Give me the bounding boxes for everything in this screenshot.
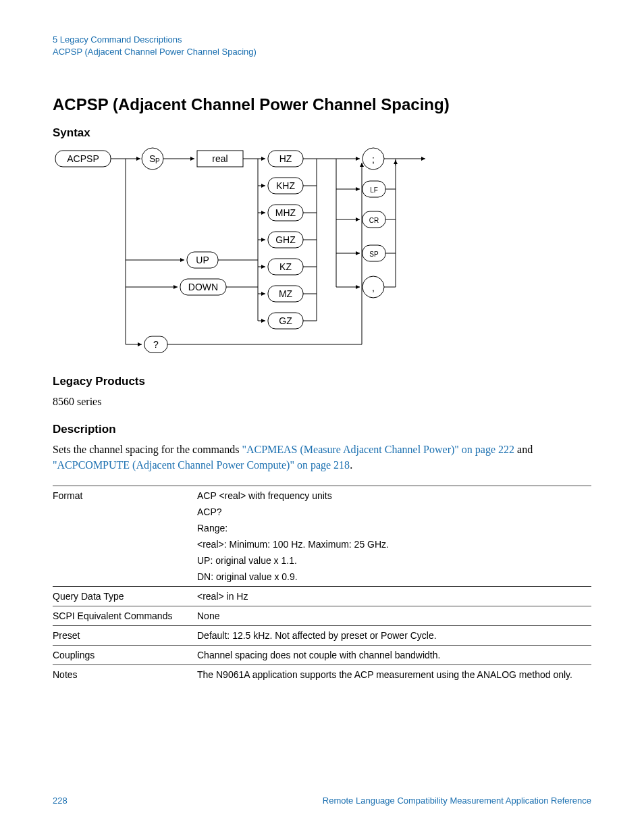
diagram-terminators-group: ; LF CR SP ,: [336, 148, 385, 298]
syntax-heading: Syntax: [53, 126, 591, 140]
diagram-real: real: [212, 153, 227, 164]
link-acpcompute[interactable]: "ACPCOMPUTE (Adjacent Channel Power Comp…: [53, 459, 350, 471]
row-label: Preset: [53, 625, 197, 645]
table-row: Format ACP <real> with frequency units: [53, 486, 591, 505]
header-topic: ACPSP (Adjacent Channel Power Channel Sp…: [53, 46, 591, 58]
table-row: <real>: Minimum: 100 Hz. Maximum: 25 GHz…: [53, 538, 591, 554]
row-value: ACP?: [197, 505, 591, 521]
row-label: Format: [53, 486, 197, 505]
table-row: Preset Default: 12.5 kHz. Not affected b…: [53, 625, 591, 645]
svg-text:KHZ: KHZ: [276, 180, 295, 191]
row-value: UP: original value x 1.1.: [197, 554, 591, 570]
svg-text:;: ;: [372, 154, 375, 165]
page-title: ACPSP (Adjacent Channel Power Channel Sp…: [53, 95, 591, 114]
row-label: [53, 554, 197, 570]
doc-title-footer: Remote Language Compatibility Measuremen…: [323, 796, 591, 806]
row-value: Range:: [197, 521, 591, 538]
legacy-products-body: 8560 series: [53, 394, 591, 409]
diagram-qmark: ?: [153, 339, 159, 350]
table-row: SCPI Equivalent Commands None: [53, 606, 591, 625]
row-value: DN: original value x 0.9.: [197, 570, 591, 587]
syntax-diagram: ACPSP S P real UP DOWN ?: [53, 145, 431, 359]
svg-text:GZ: GZ: [279, 315, 292, 326]
diagram-sp: S: [149, 153, 155, 164]
header-chapter: 5 Legacy Command Descriptions: [53, 34, 591, 46]
row-value: <real>: Minimum: 100 Hz. Maximum: 25 GHz…: [197, 538, 591, 554]
row-label: [53, 570, 197, 587]
diagram-sp-sub: P: [155, 157, 160, 165]
page-number: 228: [53, 796, 68, 806]
diagram-acpsp: ACPSP: [67, 153, 99, 164]
row-value: ACP <real> with frequency units: [197, 486, 591, 505]
description-prefix: Sets the channel spacing for the command…: [53, 444, 242, 455]
svg-text:MZ: MZ: [279, 288, 293, 299]
row-label: Couplings: [53, 645, 197, 664]
svg-text:GHZ: GHZ: [275, 234, 296, 245]
svg-text:,: ,: [372, 282, 375, 293]
table-row: UP: original value x 1.1.: [53, 554, 591, 570]
row-label: Notes: [53, 664, 197, 684]
description-heading: Description: [53, 423, 591, 436]
table-row: Query Data Type <real> in Hz: [53, 586, 591, 606]
running-header: 5 Legacy Command Descriptions ACPSP (Adj…: [53, 34, 591, 57]
svg-text:LF: LF: [370, 186, 378, 194]
table-row: Range:: [53, 521, 591, 538]
diagram-units-group: HZ KHZ MHZ GHZ KZ MZ GZ: [258, 151, 303, 329]
row-value: The N9061A application supports the ACP …: [197, 664, 591, 684]
svg-text:KZ: KZ: [279, 261, 292, 272]
row-value: Default: 12.5 kHz. Not affected by prese…: [197, 625, 591, 645]
description-body: Sets the channel spacing for the command…: [53, 442, 591, 473]
row-label: SCPI Equivalent Commands: [53, 606, 197, 625]
spec-table: Format ACP <real> with frequency units A…: [53, 486, 591, 684]
description-between: and: [514, 444, 533, 455]
svg-text:HZ: HZ: [279, 153, 292, 164]
link-acpmeas[interactable]: "ACPMEAS (Measure Adjacent Channel Power…: [242, 444, 514, 455]
row-label: [53, 505, 197, 521]
svg-text:SP: SP: [369, 251, 379, 258]
table-row: ACP?: [53, 505, 591, 521]
legacy-products-heading: Legacy Products: [53, 375, 591, 388]
row-value: Channel spacing does not couple with cha…: [197, 645, 591, 664]
row-value: None: [197, 606, 591, 625]
document-page: 5 Legacy Command Descriptions ACPSP (Adj…: [0, 0, 644, 834]
row-value: <real> in Hz: [197, 586, 591, 606]
svg-text:MHZ: MHZ: [275, 207, 296, 218]
diagram-up: UP: [196, 255, 209, 265]
row-label: Query Data Type: [53, 586, 197, 606]
description-suffix: .: [350, 459, 352, 471]
table-row: Notes The N9061A application supports th…: [53, 664, 591, 684]
page-footer: 228 Remote Language Compatibility Measur…: [53, 796, 591, 806]
svg-text:CR: CR: [369, 217, 379, 224]
row-label: [53, 538, 197, 554]
row-label: [53, 521, 197, 538]
diagram-down: DOWN: [188, 282, 218, 292]
table-row: DN: original value x 0.9.: [53, 570, 591, 587]
table-row: Couplings Channel spacing does not coupl…: [53, 645, 591, 664]
